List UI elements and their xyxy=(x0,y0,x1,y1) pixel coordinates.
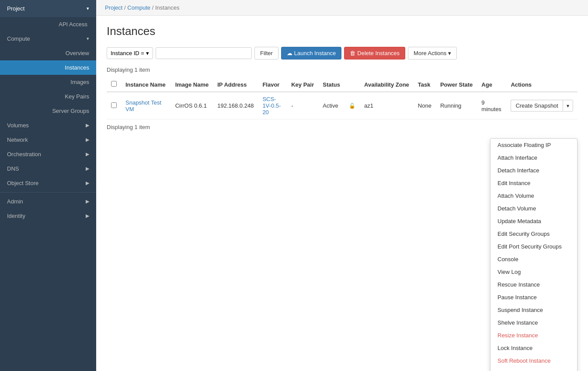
dropdown-item-attach-interface[interactable]: Attach Interface xyxy=(491,151,577,164)
sidebar-network-label: Network xyxy=(7,136,28,143)
dropdown-item-edit-security-groups[interactable]: Edit Security Groups xyxy=(491,228,577,240)
power-state-cell: Running xyxy=(436,92,477,119)
filter-dropdown-chevron: ▾ xyxy=(146,50,149,56)
filter-dropdown[interactable]: Instance ID = ▾ xyxy=(107,47,153,59)
row-checkbox[interactable] xyxy=(111,102,117,108)
sidebar-item-overview[interactable]: Overview xyxy=(0,46,96,60)
sidebar-orchestration-header[interactable]: Orchestration ▶ xyxy=(0,147,96,161)
toolbar: Instance ID = ▾ Filter ☁Launch Instance … xyxy=(107,47,578,60)
col-header-status: Status xyxy=(318,77,344,92)
main-content: Project / Compute / Instances Instances … xyxy=(96,0,588,371)
sidebar-volumes-header[interactable]: Volumes ▶ xyxy=(0,118,96,133)
status-cell: Active xyxy=(318,92,344,119)
chevron-right-icon-dns: ▶ xyxy=(86,166,89,172)
dropdown-item-rescue-instance[interactable]: Rescue Instance xyxy=(491,278,577,291)
action-dropdown-toggle[interactable]: ▾ xyxy=(563,100,573,112)
sidebar-dns-header[interactable]: DNS ▶ xyxy=(0,161,96,176)
dropdown-item-resize-instance[interactable]: Resize Instance xyxy=(491,329,577,342)
col-header-age: Age xyxy=(477,77,506,92)
sidebar-item-images[interactable]: Images xyxy=(0,75,96,89)
select-all-checkbox[interactable] xyxy=(111,81,117,87)
sidebar-compute-label: Compute xyxy=(7,35,30,42)
dropdown-item-edit-port-security-groups[interactable]: Edit Port Security Groups xyxy=(491,240,577,253)
col-header-availability-zone: Availability Zone xyxy=(360,77,414,92)
content-area: Instances Instance ID = ▾ Filter ☁Launch… xyxy=(96,16,588,371)
dropdown-item-pause-instance[interactable]: Pause Instance xyxy=(491,291,577,304)
col-header-task: Task xyxy=(414,77,436,92)
sidebar-dns-label: DNS xyxy=(7,165,19,172)
flavor-link[interactable]: SCS-1V-0.5-20 xyxy=(262,96,281,116)
sidebar-project-header[interactable]: Project ▾ xyxy=(0,0,96,17)
create-snapshot-button[interactable]: Create Snapshot xyxy=(511,100,563,112)
filter-input[interactable] xyxy=(156,47,252,59)
dropdown-item-detach-volume[interactable]: Detach Volume xyxy=(491,202,577,215)
more-actions-button[interactable]: More Actions ▾ xyxy=(408,47,457,60)
task-cell: None xyxy=(414,92,436,119)
page-title: Instances xyxy=(107,24,578,38)
dropdown-item-lock-instance[interactable]: Lock Instance xyxy=(491,342,577,354)
key-pair-cell: - xyxy=(287,92,318,119)
more-actions-chevron-icon: ▾ xyxy=(448,50,451,56)
chevron-right-icon-admin: ▶ xyxy=(86,199,89,204)
launch-instance-button[interactable]: ☁Launch Instance xyxy=(281,47,341,60)
dropdown-item-associate-floating-ip[interactable]: Associate Floating IP xyxy=(491,139,577,151)
sidebar-object-store-label: Object Store xyxy=(7,180,38,186)
dropdown-item-detach-interface[interactable]: Detach Interface xyxy=(491,164,577,177)
dropdown-item-suspend-instance[interactable]: Suspend Instance xyxy=(491,304,577,316)
sidebar-object-store-header[interactable]: Object Store ▶ xyxy=(0,176,96,190)
col-header-key-pair: Key Pair xyxy=(287,77,318,92)
chevron-right-icon-orchestration: ▶ xyxy=(86,151,89,157)
sidebar-network-header[interactable]: Network ▶ xyxy=(0,133,96,147)
sidebar-project-label: Project xyxy=(7,5,24,12)
chevron-right-icon-object-store: ▶ xyxy=(86,180,89,186)
sidebar-admin-header[interactable]: Admin ▶ xyxy=(0,194,96,209)
sidebar-item-instances[interactable]: Instances xyxy=(0,60,96,75)
chevron-down-icon: ▾ xyxy=(87,6,89,11)
action-button-group: Create Snapshot ▾ xyxy=(511,100,573,112)
breadcrumb-instances: Instances xyxy=(155,4,180,11)
availability-zone-cell: az1 xyxy=(360,92,414,119)
lock-icon: 🔓 xyxy=(349,103,355,109)
col-header-flavor: Flavor xyxy=(258,77,287,92)
display-count-bottom: Displaying 1 item xyxy=(107,124,578,130)
age-cell: 9 minutes xyxy=(477,92,506,119)
sidebar-item-api-access[interactable]: API Access xyxy=(0,17,96,32)
display-count-top: Displaying 1 item xyxy=(107,66,578,73)
sidebar: Project ▾ API Access Compute ▾ Overview … xyxy=(0,0,96,371)
dropdown-item-console[interactable]: Console xyxy=(491,253,577,266)
sidebar-item-server-groups[interactable]: Server Groups xyxy=(0,104,96,118)
sidebar-admin-label: Admin xyxy=(7,198,23,205)
filter-label: Instance ID = xyxy=(111,50,144,56)
image-name-cell: CirrOS 0.6.1 xyxy=(171,92,213,119)
breadcrumb-project[interactable]: Project xyxy=(105,4,122,11)
dropdown-item-soft-reboot-instance[interactable]: Soft Reboot Instance xyxy=(491,354,577,367)
dropdown-item-update-metadata[interactable]: Update Metadata xyxy=(491,215,577,228)
sidebar-identity-header[interactable]: Identity ▶ xyxy=(0,209,96,223)
dropdown-item-attach-volume[interactable]: Attach Volume xyxy=(491,189,577,202)
dropdown-item-shelve-instance[interactable]: Shelve Instance xyxy=(491,316,577,329)
breadcrumb: Project / Compute / Instances xyxy=(96,0,588,16)
sidebar-identity-label: Identity xyxy=(7,213,25,219)
ip-address-cell: 192.168.0.248 xyxy=(213,92,258,119)
chevron-down-icon-compute: ▾ xyxy=(87,36,89,42)
action-dropdown-menu: Associate Floating IPAttach InterfaceDet… xyxy=(490,138,578,371)
sidebar-volumes-label: Volumes xyxy=(7,122,29,129)
delete-instances-button[interactable]: 🗑Delete Instances xyxy=(344,47,405,60)
breadcrumb-compute[interactable]: Compute xyxy=(127,4,150,11)
dropdown-item-view-log[interactable]: View Log xyxy=(491,266,577,278)
sidebar-orchestration-label: Orchestration xyxy=(7,151,41,158)
instance-name-link[interactable]: Snapshot Test VM xyxy=(125,99,161,112)
dropdown-item-hard-reboot-instance[interactable]: Hard Reboot Instance xyxy=(491,367,577,371)
col-header-ip-address: IP Address xyxy=(213,77,258,92)
sidebar-item-key-pairs[interactable]: Key Pairs xyxy=(0,89,96,104)
col-header-actions: Actions xyxy=(506,77,578,92)
cloud-icon: ☁ xyxy=(287,50,292,56)
filter-button[interactable]: Filter xyxy=(254,47,278,60)
instances-table: Instance Name Image Name IP Address Flav… xyxy=(107,77,578,119)
dropdown-item-edit-instance[interactable]: Edit Instance xyxy=(491,177,577,189)
col-header-power-state: Power State xyxy=(436,77,477,92)
table-row: Snapshot Test VM CirrOS 0.6.1 192.168.0.… xyxy=(107,92,578,119)
col-header-image-name: Image Name xyxy=(171,77,213,92)
trash-icon: 🗑 xyxy=(350,50,355,56)
sidebar-compute-header[interactable]: Compute ▾ xyxy=(0,32,96,46)
